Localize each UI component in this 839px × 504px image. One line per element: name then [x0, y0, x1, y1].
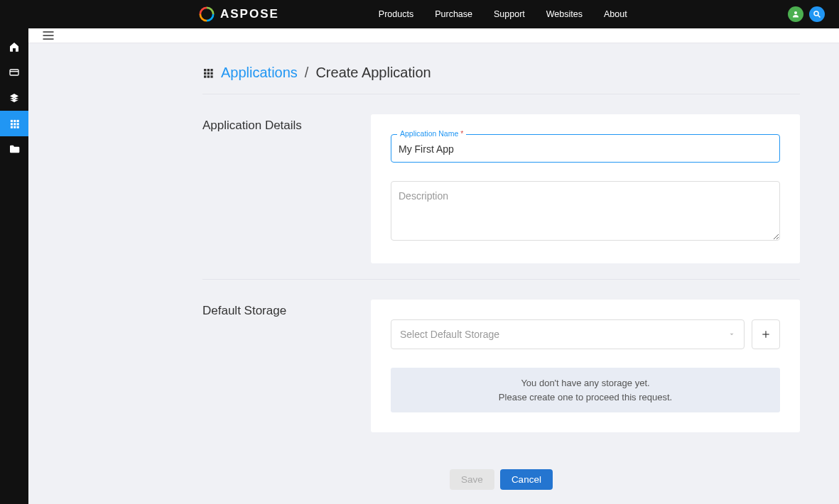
sidebar-item-files[interactable]: [0, 136, 28, 162]
svg-rect-24: [204, 75, 206, 77]
breadcrumb: Applications / Create Application: [202, 65, 800, 94]
nav-about[interactable]: About: [604, 9, 627, 19]
svg-line-3: [818, 16, 821, 18]
section-default-storage: Default Storage Select Default Storage Y…: [202, 280, 800, 448]
svg-rect-9: [10, 123, 12, 125]
menu-toggle-button[interactable]: [41, 28, 55, 43]
brand-name: ASPOSE: [220, 7, 279, 21]
home-icon: [9, 41, 20, 53]
svg-rect-22: [207, 72, 210, 74]
nav-purchase[interactable]: Purchase: [435, 9, 472, 19]
user-account-button[interactable]: [788, 6, 803, 22]
svg-rect-18: [204, 69, 206, 71]
description-textarea[interactable]: [391, 181, 780, 241]
svg-rect-23: [210, 72, 212, 74]
svg-rect-26: [210, 75, 212, 77]
application-name-input[interactable]: [391, 134, 780, 163]
breadcrumb-separator: /: [305, 65, 309, 81]
save-button[interactable]: Save: [450, 469, 494, 490]
svg-rect-6: [10, 119, 12, 121]
application-name-label-text: Application Name: [400, 129, 458, 138]
application-name-label: Application Name *: [397, 129, 466, 138]
sidebar-item-home[interactable]: [0, 34, 28, 60]
svg-rect-20: [210, 69, 212, 71]
svg-point-2: [814, 11, 818, 16]
section-application-details: Application Details Application Name *: [202, 94, 800, 279]
nav-support[interactable]: Support: [494, 9, 525, 19]
svg-rect-11: [16, 123, 18, 125]
breadcrumb-current: Create Application: [315, 65, 431, 81]
details-card: Application Name *: [371, 114, 800, 263]
folder-icon: [9, 143, 20, 155]
content-area: Applications / Create Application Applic…: [28, 28, 839, 504]
svg-rect-4: [10, 70, 18, 75]
sidebar: [0, 28, 28, 504]
breadcrumb-applications-link[interactable]: Applications: [221, 65, 298, 81]
svg-point-1: [794, 11, 797, 14]
user-icon: [791, 10, 800, 18]
svg-rect-10: [13, 123, 16, 125]
content-topbar: [28, 28, 839, 43]
nav-products[interactable]: Products: [379, 9, 413, 19]
layers-icon: [9, 92, 20, 104]
no-storage-line1: You don't have any storage yet.: [399, 376, 772, 390]
section-title-details: Application Details: [202, 114, 371, 263]
svg-rect-12: [10, 126, 12, 128]
no-storage-info: You don't have any storage yet. Please c…: [391, 368, 780, 412]
svg-rect-13: [13, 126, 16, 128]
sidebar-item-applications[interactable]: [0, 111, 28, 136]
nav-websites[interactable]: Websites: [546, 9, 583, 19]
aspose-logo-icon: [199, 6, 215, 22]
search-button[interactable]: [809, 6, 825, 22]
apps-grid-icon: [202, 67, 214, 79]
header-right: [788, 6, 825, 22]
required-asterisk: *: [460, 129, 463, 138]
svg-rect-8: [16, 119, 18, 121]
svg-rect-14: [16, 126, 18, 128]
add-storage-button[interactable]: [752, 319, 780, 349]
svg-rect-25: [207, 75, 210, 77]
storage-card: Select Default Storage You don't have an…: [371, 300, 800, 432]
section-title-storage: Default Storage: [202, 300, 371, 432]
action-buttons: Save Cancel: [202, 448, 800, 504]
svg-rect-19: [207, 69, 210, 71]
application-name-field-wrap: Application Name *: [391, 134, 780, 163]
search-icon: [813, 10, 821, 18]
top-header: ASPOSE Products Purchase Support Website…: [0, 0, 839, 28]
svg-rect-7: [13, 119, 16, 121]
default-storage-select[interactable]: Select Default Storage: [391, 319, 745, 349]
top-nav: Products Purchase Support Websites About: [379, 9, 627, 19]
cancel-button[interactable]: Cancel: [500, 469, 553, 490]
sidebar-item-storage[interactable]: [0, 85, 28, 111]
sidebar-item-billing[interactable]: [0, 60, 28, 85]
brand-logo[interactable]: ASPOSE: [199, 6, 279, 22]
chevron-down-icon: [728, 331, 735, 338]
credit-card-icon: [9, 67, 20, 78]
default-storage-placeholder: Select Default Storage: [400, 329, 499, 340]
storage-select-row: Select Default Storage: [391, 319, 780, 349]
no-storage-line2: Please create one to proceed this reques…: [399, 390, 772, 405]
svg-rect-21: [204, 72, 206, 74]
hamburger-icon: [41, 28, 55, 43]
plus-icon: [761, 329, 771, 339]
apps-grid-icon: [9, 119, 20, 129]
